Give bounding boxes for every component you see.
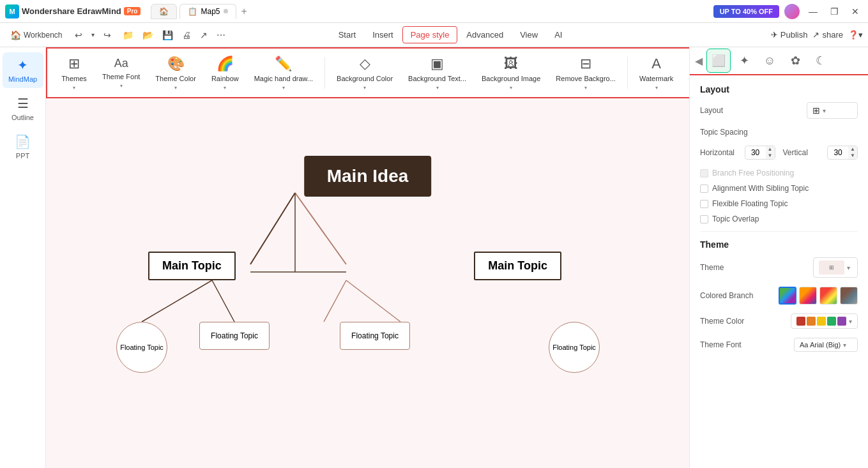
menu-advanced[interactable]: Advanced	[459, 27, 511, 43]
branch-option-3[interactable]	[819, 287, 837, 305]
strip-ppt[interactable]: 📄 PPT	[3, 129, 43, 165]
ribbon-bg-text[interactable]: ▣ Background Text... ▾	[402, 52, 473, 94]
panel-tab-layout[interactable]: ⬜	[706, 49, 731, 73]
panel-tab-emoji[interactable]: ☺	[758, 49, 782, 73]
rainbow-chevron: ▾	[224, 85, 226, 91]
minimize-button[interactable]: —	[805, 6, 821, 17]
tab-map5[interactable]: 📋 Map5	[179, 4, 236, 19]
theme-font-label: Theme Font	[700, 340, 794, 349]
menu-insert[interactable]: Insert	[365, 27, 401, 43]
title-bar-right: UP TO 40% OFF — ❐ ✕	[713, 4, 863, 19]
outline-icon: ☰	[17, 96, 29, 111]
ribbon-themes[interactable]: ⊞ Themes ▾	[55, 52, 93, 94]
theme-dropdown-chevron: ▾	[847, 264, 850, 271]
ribbon-magic-hand-label: Magic hand draw...	[254, 75, 313, 82]
main-topic-right-node[interactable]: Main Topic	[474, 252, 561, 280]
horizontal-control: 30 ▲ ▼	[745, 146, 775, 160]
ribbon-watermark[interactable]: A Watermark ▾	[633, 52, 680, 94]
more-button[interactable]: ⋯	[213, 28, 229, 42]
horizontal-down[interactable]: ▼	[766, 153, 775, 159]
tab-area: 🏠 📋 Map5 +	[151, 4, 249, 19]
color-dot-3	[817, 317, 826, 326]
overlap-checkbox[interactable]	[700, 215, 708, 223]
themes-icon: ⊞	[68, 56, 80, 72]
branch-option-2[interactable]	[799, 287, 817, 305]
ribbon-bg-color[interactable]: ◇ Background Color ▾	[330, 52, 399, 94]
ribbon-rainbow[interactable]: 🌈 Rainbow ▾	[205, 52, 245, 94]
close-button[interactable]: ✕	[848, 6, 863, 17]
branch-option-4[interactable]	[840, 287, 858, 305]
ribbon-bg-image[interactable]: 🖼 Background Image ▾	[475, 52, 547, 94]
menu-view[interactable]: View	[512, 27, 545, 43]
horizontal-input[interactable]: 30 ▲ ▼	[745, 146, 775, 160]
ribbon-divider-1	[324, 57, 325, 89]
restore-button[interactable]: ❐	[826, 6, 842, 17]
floating-topic-2[interactable]: Floating Topic	[199, 322, 270, 350]
publish-button[interactable]: ✈ Publish	[771, 30, 808, 40]
menu-start[interactable]: Start	[331, 27, 363, 43]
strip-ppt-label: PPT	[16, 152, 29, 160]
floating-topic-3[interactable]: Floating Topic	[340, 322, 410, 350]
main-idea-node[interactable]: Main Idea	[304, 156, 432, 197]
layout-dropdown[interactable]: ⊞ ▾	[807, 102, 858, 119]
theme-font-value: Aa Arial (Big)	[800, 341, 841, 349]
ribbon-magic-hand[interactable]: ✏️ Magic hand draw... ▾	[248, 52, 319, 94]
menu-ai[interactable]: AI	[547, 27, 570, 43]
color-dot-5	[837, 317, 846, 326]
workbench-label: Workbench	[24, 31, 62, 40]
vertical-up[interactable]: ▲	[848, 146, 857, 153]
branch-options	[779, 287, 858, 305]
new-file-button[interactable]: 📁	[119, 28, 137, 42]
layout-label: Layout	[700, 106, 807, 115]
print-button[interactable]: 🖨	[178, 28, 195, 42]
branch-free-checkbox[interactable]	[700, 169, 708, 177]
layout-tree-icon: ⊞	[812, 105, 820, 116]
workbench-button[interactable]: 🏠 Workbench	[5, 27, 67, 43]
panel-tab-clock[interactable]: ☾	[809, 49, 833, 73]
floating-topic-1[interactable]: Floating Topic	[116, 322, 167, 373]
undo-button[interactable]: ↩	[71, 28, 86, 42]
magic-hand-chevron: ▾	[282, 85, 285, 91]
horizontal-up[interactable]: ▲	[766, 146, 775, 153]
panel-tab-style[interactable]: ✦	[732, 49, 756, 73]
tab-home[interactable]: 🏠	[151, 4, 177, 19]
redo-button[interactable]: ↪	[100, 28, 115, 42]
branch-option-1[interactable]	[779, 287, 796, 305]
floating-topic-4[interactable]: Floating Topic	[549, 322, 600, 373]
flexible-checkbox[interactable]	[700, 200, 708, 208]
canvas-area[interactable]: Main Idea Main Topic Main Topic Floating…	[46, 98, 689, 468]
export-button[interactable]: ↗	[196, 28, 211, 42]
theme-color-dropdown[interactable]: ▾	[791, 313, 858, 329]
strip-outline[interactable]: ☰ Outline	[3, 91, 43, 126]
theme-dropdown[interactable]: ⊞ ▾	[813, 257, 858, 278]
colored-branch-row: Colored Branch	[700, 287, 858, 305]
panel-collapse-arrow[interactable]: ◀	[692, 52, 705, 70]
share-button[interactable]: ↗ share	[812, 30, 843, 40]
main-topic-left-node[interactable]: Main Topic	[148, 252, 236, 280]
floating-topic-1-text: Floating Topic	[119, 342, 165, 352]
ppt-icon: 📄	[15, 134, 31, 149]
theme-font-icon: Aa	[114, 57, 128, 70]
alignment-checkbox[interactable]	[700, 185, 708, 193]
panel-body: Layout Layout ⊞ ▾ Topic Spacing Horizont…	[690, 75, 868, 370]
help-button[interactable]: ❓▾	[848, 30, 863, 40]
strip-mindmap[interactable]: ✦ MindMap	[3, 52, 43, 88]
vertical-input[interactable]: 30 ▲ ▼	[827, 146, 858, 160]
right-panel: ◀ ⬜ ✦ ☺ ✿ ☾ Layout Layout ⊞ ▾ Topic Spac…	[689, 47, 868, 468]
ribbon-theme-color[interactable]: 🎨 Theme Color ▾	[149, 52, 202, 94]
menu-items: Start Insert Page style Advanced View AI	[331, 26, 570, 43]
undo-arrow[interactable]: ▾	[88, 29, 98, 40]
vertical-down[interactable]: ▼	[848, 153, 857, 159]
promo-button[interactable]: UP TO 40% OFF	[713, 5, 779, 18]
ribbon-theme-font[interactable]: Aa Theme Font ▾	[96, 53, 146, 93]
ribbon-remove-bg[interactable]: ⊟ Remove Backgro... ▾	[549, 52, 622, 94]
panel-tab-settings[interactable]: ✿	[783, 49, 807, 73]
theme-font-chevron: ▾	[843, 342, 846, 349]
overlap-label: Topic Overlap	[712, 215, 759, 223]
theme-font-dropdown[interactable]: Aa Arial (Big) ▾	[794, 338, 858, 352]
menu-page-style[interactable]: Page style	[402, 26, 458, 43]
save-button[interactable]: 💾	[158, 28, 177, 42]
pro-badge: Pro	[124, 7, 141, 15]
add-tab-button[interactable]: +	[239, 6, 250, 17]
open-file-button[interactable]: 📂	[139, 28, 157, 42]
